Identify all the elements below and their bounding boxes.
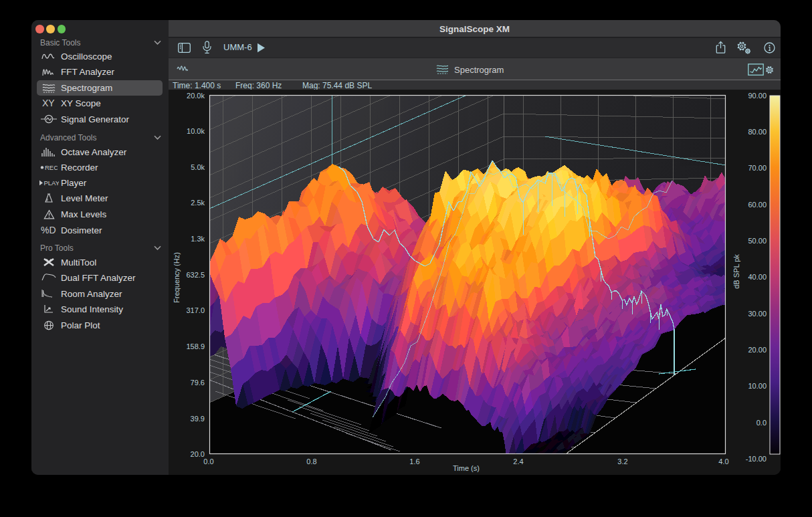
svg-text:5.0k: 5.0k: [191, 163, 205, 171]
svg-text:20.0k: 20.0k: [187, 92, 205, 100]
svg-text:1.6: 1.6: [409, 457, 419, 466]
svg-text:0.0: 0.0: [756, 419, 767, 427]
svg-text:20.00: 20.00: [748, 346, 767, 354]
svg-text:30.00: 30.00: [748, 310, 767, 318]
svg-text:1.3k: 1.3k: [191, 235, 205, 243]
svg-text:158.9: 158.9: [186, 342, 205, 350]
svg-text:317.0: 317.0: [186, 306, 205, 314]
svg-text:79.6: 79.6: [191, 379, 205, 387]
svg-text:3.2: 3.2: [617, 457, 627, 466]
svg-text:90.00: 90.00: [748, 92, 767, 100]
svg-text:REC: REC: [45, 164, 58, 171]
svg-text:dB SPL pk: dB SPL pk: [732, 254, 740, 289]
svg-text:Time (s): Time (s): [453, 464, 480, 472]
svg-text:2.5k: 2.5k: [191, 199, 205, 207]
svg-text:10.00: 10.00: [748, 382, 767, 390]
svg-text:70.00: 70.00: [748, 164, 767, 172]
svg-text:4.0: 4.0: [718, 457, 728, 466]
svg-text:0.8: 0.8: [306, 457, 316, 466]
svg-text:0.0: 0.0: [203, 457, 213, 466]
svg-text:40.00: 40.00: [748, 273, 767, 281]
svg-text:80.00: 80.00: [748, 128, 767, 136]
svg-text:Frequency (Hz): Frequency (Hz): [173, 252, 181, 303]
svg-text:50.00: 50.00: [748, 237, 767, 245]
svg-text:PLAY: PLAY: [44, 179, 60, 186]
svg-text:20.0: 20.0: [191, 450, 205, 458]
svg-text:XY: XY: [42, 98, 55, 108]
svg-text:2.4: 2.4: [513, 457, 523, 466]
svg-text:60.00: 60.00: [748, 201, 767, 209]
svg-text:10.0k: 10.0k: [187, 127, 205, 135]
svg-text:39.9: 39.9: [191, 415, 205, 423]
svg-text:-10.00: -10.00: [746, 455, 767, 463]
svg-text:%D: %D: [41, 225, 56, 235]
svg-text:632.5: 632.5: [186, 271, 205, 279]
